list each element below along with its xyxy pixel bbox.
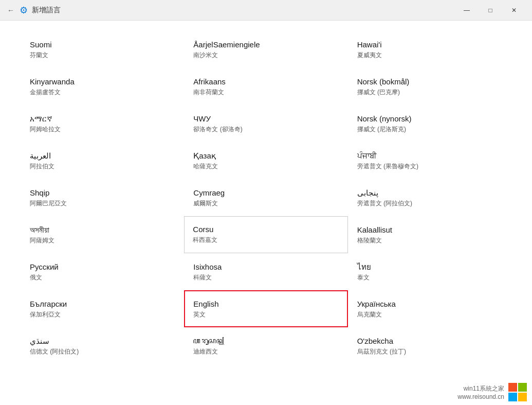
page-title: 新增語言	[32, 6, 61, 15]
language-subname: 英文	[193, 310, 338, 319]
language-item[interactable]: Русский俄文	[21, 253, 184, 290]
logo-green	[518, 383, 527, 392]
language-subname: 南非荷蘭文	[193, 88, 338, 97]
language-subname: 格陵蘭文	[357, 236, 502, 245]
content-area: Suomi芬蘭文ÅarjelSaemiengiele南沙米文Hawai'i夏威夷…	[0, 21, 532, 390]
language-name: Shqip	[30, 187, 175, 198]
language-name: Suomi	[30, 39, 175, 50]
language-name: Kalaallisut	[357, 224, 502, 235]
language-name: ЧWУ	[193, 113, 338, 124]
language-name: ਪੰਜਾਬੀ	[357, 150, 502, 161]
language-subname: 科西嘉文	[193, 236, 339, 244]
language-item[interactable]: Cymraeg威爾斯文	[184, 179, 347, 216]
branding-line1: win11系統之家	[457, 384, 504, 393]
minimize-button[interactable]: —	[455, 0, 479, 21]
language-item[interactable]: አማርኛ阿姆哈拉文	[21, 105, 184, 142]
language-item[interactable]: ไทย泰文	[348, 253, 511, 290]
language-item[interactable]: Українська烏克蘭文	[348, 290, 511, 327]
language-name: ไทย	[357, 261, 502, 272]
language-subname: 科薩文	[193, 273, 338, 282]
language-subname: 阿拉伯文	[30, 162, 175, 171]
window-controls: — □ ✕	[455, 0, 526, 21]
maximize-button[interactable]: □	[479, 0, 502, 21]
language-item[interactable]: English英文	[184, 290, 347, 327]
language-name: ÅarjelSaemiengiele	[193, 39, 338, 50]
language-item[interactable]: Қазақ哈薩克文	[184, 142, 347, 179]
language-subname: 挪威文 (尼洛斯克)	[357, 125, 502, 134]
language-item[interactable]: ЧWУ卻洛奇文 (卻洛奇)	[184, 105, 347, 142]
language-subname: 旁遮普文 (果魯穆奇文)	[357, 162, 502, 171]
windows-logo	[508, 383, 527, 401]
language-subname: 俄文	[30, 273, 175, 282]
language-subname: 烏茲別克文 (拉丁)	[357, 347, 502, 356]
language-item[interactable]: Kinyarwanda金揚盧答文	[21, 68, 184, 105]
language-name: Isixhosa	[193, 261, 338, 272]
language-subname: 阿爾巴尼亞文	[30, 199, 175, 208]
settings-icon: ⚙	[20, 5, 28, 16]
language-subname: 卻洛奇文 (卻洛奇)	[193, 125, 338, 134]
language-name: Български	[30, 298, 175, 309]
language-name: Norsk (nynorsk)	[357, 113, 502, 124]
title-bar: ← ⚙ 新增語言 — □ ✕	[0, 0, 532, 21]
language-item[interactable]: Corsu科西嘉文	[184, 216, 347, 253]
language-name: Қазақ	[193, 150, 338, 161]
language-name: Corsu	[193, 224, 339, 235]
language-item[interactable]: ꦲꦫꦸꦱꦤ꧀迪維西文	[184, 327, 347, 364]
language-name: Norsk (bokmål)	[357, 76, 502, 87]
language-subname: 迪維西文	[193, 347, 338, 356]
language-name: العربية	[30, 150, 175, 161]
language-name: Cymraeg	[193, 187, 338, 198]
language-item[interactable]: Norsk (nynorsk)挪威文 (尼洛斯克)	[348, 105, 511, 142]
language-name: Hawai'i	[357, 39, 502, 50]
language-item[interactable]: Kalaallisut格陵蘭文	[348, 216, 511, 253]
language-name: Українська	[357, 298, 502, 309]
language-subname: 金揚盧答文	[30, 88, 175, 97]
language-name: Kinyarwanda	[30, 76, 175, 87]
language-subname: 芬蘭文	[30, 51, 175, 60]
language-item[interactable]: O'zbekcha烏茲別克文 (拉丁)	[348, 327, 511, 364]
language-item[interactable]: پنجابی旁遮普文 (阿拉伯文)	[348, 179, 511, 216]
language-subname: 信德文 (阿拉伯文)	[30, 347, 175, 356]
language-subname: 阿姆哈拉文	[30, 125, 175, 134]
language-name: پنجابی	[357, 187, 502, 198]
language-item[interactable]: Isixhosa科薩文	[184, 253, 347, 290]
close-button[interactable]: ✕	[502, 0, 526, 21]
branding-text: win11系統之家 www.reisound.cn	[457, 384, 504, 400]
language-item[interactable]: ਪੰਜਾਬੀ旁遮普文 (果魯穆奇文)	[348, 142, 511, 179]
language-name: English	[193, 298, 338, 309]
language-name: O'zbekcha	[357, 336, 502, 346]
language-name: አማርኛ	[30, 113, 175, 124]
language-subname: 挪威文 (巴克摩)	[357, 88, 502, 97]
language-subname: 阿薩姆文	[30, 236, 175, 245]
language-item[interactable]: سنڌي信德文 (阿拉伯文)	[21, 327, 184, 364]
language-subname: 保加利亞文	[30, 310, 175, 319]
language-item[interactable]: Afrikaans南非荷蘭文	[184, 68, 347, 105]
language-subname: 泰文	[357, 273, 502, 282]
branding: win11系統之家 www.reisound.cn	[419, 379, 532, 405]
language-subname: 南沙米文	[193, 51, 338, 60]
language-item[interactable]: Suomi芬蘭文	[21, 31, 184, 68]
language-name: Afrikaans	[193, 76, 338, 87]
language-item[interactable]: العربية阿拉伯文	[21, 142, 184, 179]
branding-line2: www.reisound.cn	[457, 393, 504, 400]
language-subname: 威爾斯文	[193, 199, 338, 208]
language-subname: 哈薩克文	[193, 162, 338, 171]
language-item[interactable]: Norsk (bokmål)挪威文 (巴克摩)	[348, 68, 511, 105]
language-name: سنڌي	[30, 336, 175, 346]
language-item[interactable]: ÅarjelSaemiengiele南沙米文	[184, 31, 347, 68]
language-subname: 烏克蘭文	[357, 310, 502, 319]
language-grid: Suomi芬蘭文ÅarjelSaemiengiele南沙米文Hawai'i夏威夷…	[21, 31, 511, 364]
language-name: Русский	[30, 261, 175, 272]
back-button[interactable]: ←	[6, 6, 15, 15]
language-subname: 旁遮普文 (阿拉伯文)	[357, 199, 502, 208]
language-item[interactable]: Hawai'i夏威夷文	[348, 31, 511, 68]
language-name: অসমীয়া	[30, 224, 175, 235]
language-item[interactable]: Български保加利亞文	[21, 290, 184, 327]
language-item[interactable]: অসমীয়া阿薩姆文	[21, 216, 184, 253]
language-item[interactable]: Shqip阿爾巴尼亞文	[21, 179, 184, 216]
logo-red	[508, 383, 517, 392]
logo-blue	[508, 393, 517, 401]
language-subname: 夏威夷文	[357, 51, 502, 60]
language-name: ꦲꦫꦸꦱꦤ꧀	[193, 336, 338, 346]
title-bar-left: ← ⚙ 新增語言	[6, 5, 61, 16]
